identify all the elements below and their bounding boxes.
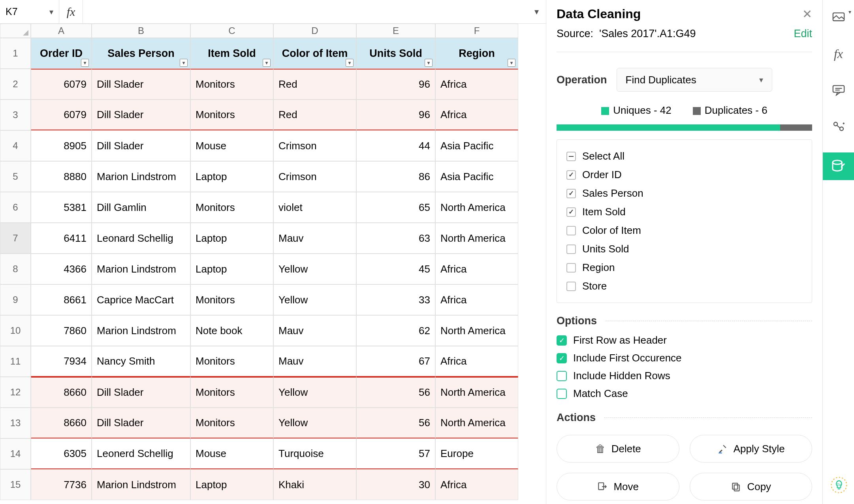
- option-row[interactable]: Include First Occurence: [557, 352, 812, 364]
- table-cell[interactable]: 30: [356, 469, 435, 500]
- row-header[interactable]: 13: [0, 408, 31, 438]
- table-cell[interactable]: 57: [356, 438, 435, 469]
- row-header[interactable]: 9: [0, 284, 31, 315]
- checkbox[interactable]: [557, 389, 567, 399]
- apply-style-button[interactable]: Apply Style: [690, 435, 813, 463]
- row-header[interactable]: 11: [0, 346, 31, 377]
- table-cell[interactable]: 8660: [31, 377, 92, 408]
- field-checkbox-row[interactable]: Color of Item: [557, 221, 812, 240]
- row-header[interactable]: 2: [0, 69, 31, 100]
- table-cell[interactable]: Dill Slader: [92, 69, 190, 100]
- table-cell[interactable]: North America: [435, 223, 518, 254]
- table-cell[interactable]: 8661: [31, 284, 92, 315]
- table-cell[interactable]: Mouse: [190, 438, 273, 469]
- filter-chevron-icon[interactable]: ▾: [180, 59, 188, 67]
- table-cell[interactable]: Laptop: [190, 469, 273, 500]
- table-cell[interactable]: Yellow: [273, 254, 356, 284]
- table-cell[interactable]: Yellow: [273, 377, 356, 408]
- field-checkbox-row[interactable]: Order ID: [557, 165, 812, 184]
- table-cell[interactable]: Mouse: [190, 130, 273, 161]
- table-cell[interactable]: 44: [356, 130, 435, 161]
- row-header[interactable]: 8: [0, 254, 31, 284]
- row-header[interactable]: 3: [0, 100, 31, 130]
- table-cell[interactable]: Leonerd Schellig: [92, 438, 190, 469]
- table-cell[interactable]: Mauv: [273, 223, 356, 254]
- table-cell[interactable]: 8660: [31, 408, 92, 438]
- field-checkbox-row[interactable]: Store: [557, 277, 812, 295]
- table-header-cell[interactable]: Units Sold▾: [356, 38, 435, 69]
- table-cell[interactable]: North America: [435, 408, 518, 438]
- table-cell[interactable]: Asia Pacific: [435, 161, 518, 192]
- row-header[interactable]: 14: [0, 438, 31, 469]
- table-cell[interactable]: 8880: [31, 161, 92, 192]
- table-cell[interactable]: Laptop: [190, 254, 273, 284]
- column-header[interactable]: A: [31, 24, 92, 38]
- field-checkbox-row[interactable]: Item Sold: [557, 203, 812, 221]
- table-cell[interactable]: 96: [356, 69, 435, 100]
- table-cell[interactable]: Leonard Schellig: [92, 223, 190, 254]
- table-cell[interactable]: 6411: [31, 223, 92, 254]
- table-cell[interactable]: Marion Lindstrom: [92, 254, 190, 284]
- table-cell[interactable]: 56: [356, 408, 435, 438]
- table-cell[interactable]: Yellow: [273, 408, 356, 438]
- table-cell[interactable]: North America: [435, 315, 518, 346]
- field-checkbox-row[interactable]: Units Sold: [557, 240, 812, 258]
- data-cleaning-icon[interactable]: [823, 152, 854, 180]
- table-cell[interactable]: Dill Slader: [92, 377, 190, 408]
- column-header[interactable]: D: [273, 24, 356, 38]
- field-checkbox-row[interactable]: Select All: [557, 147, 812, 165]
- table-cell[interactable]: Africa: [435, 284, 518, 315]
- share-icon[interactable]: [828, 116, 849, 137]
- checkbox[interactable]: [566, 207, 576, 217]
- comment-icon[interactable]: [828, 80, 849, 100]
- table-cell[interactable]: Dill Gamlin: [92, 192, 190, 223]
- checkbox[interactable]: [566, 226, 576, 235]
- table-cell[interactable]: violet: [273, 192, 356, 223]
- checkbox[interactable]: [566, 263, 576, 273]
- checkbox[interactable]: [557, 335, 567, 346]
- table-header-cell[interactable]: Color of Item▾: [273, 38, 356, 69]
- row-header[interactable]: 4: [0, 130, 31, 161]
- column-header[interactable]: F: [435, 24, 518, 38]
- table-cell[interactable]: 56: [356, 377, 435, 408]
- table-cell[interactable]: Monitors: [190, 192, 273, 223]
- table-cell[interactable]: 65: [356, 192, 435, 223]
- table-cell[interactable]: Marion Lindstrom: [92, 161, 190, 192]
- table-cell[interactable]: Monitors: [190, 69, 273, 100]
- table-header-cell[interactable]: Item Sold▾: [190, 38, 273, 69]
- table-cell[interactable]: Laptop: [190, 161, 273, 192]
- checkbox[interactable]: [566, 244, 576, 254]
- filter-chevron-icon[interactable]: ▾: [81, 59, 89, 67]
- filter-chevron-icon[interactable]: ▾: [263, 59, 271, 67]
- table-cell[interactable]: Note book: [190, 315, 273, 346]
- table-cell[interactable]: North America: [435, 377, 518, 408]
- filter-chevron-icon[interactable]: ▾: [508, 59, 515, 67]
- table-cell[interactable]: Marion Lindstrom: [92, 315, 190, 346]
- table-cell[interactable]: 6079: [31, 69, 92, 100]
- row-header[interactable]: 7: [0, 223, 31, 254]
- option-row[interactable]: First Row as Header: [557, 334, 812, 346]
- table-header-cell[interactable]: Region▾: [435, 38, 518, 69]
- table-cell[interactable]: 7736: [31, 469, 92, 500]
- select-all-corner[interactable]: [0, 24, 31, 38]
- table-cell[interactable]: Nancy Smith: [92, 346, 190, 377]
- table-cell[interactable]: Marion Lindstrom: [92, 469, 190, 500]
- table-cell[interactable]: Turquoise: [273, 438, 356, 469]
- table-cell[interactable]: 96: [356, 100, 435, 130]
- table-cell[interactable]: Europe: [435, 438, 518, 469]
- table-header-cell[interactable]: Order ID▾: [31, 38, 92, 69]
- table-cell[interactable]: Africa: [435, 100, 518, 130]
- option-row[interactable]: Include Hidden Rows: [557, 370, 812, 382]
- row-header[interactable]: 12: [0, 377, 31, 408]
- table-cell[interactable]: Yellow: [273, 284, 356, 315]
- table-cell[interactable]: Mauv: [273, 315, 356, 346]
- table-cell[interactable]: 67: [356, 346, 435, 377]
- table-cell[interactable]: 8905: [31, 130, 92, 161]
- table-cell[interactable]: Monitors: [190, 346, 273, 377]
- table-cell[interactable]: 45: [356, 254, 435, 284]
- table-cell[interactable]: Monitors: [190, 377, 273, 408]
- lightbulb-icon[interactable]: Zia: [829, 475, 849, 497]
- copy-button[interactable]: Copy: [690, 473, 813, 500]
- row-header[interactable]: 15: [0, 469, 31, 500]
- table-cell[interactable]: 7934: [31, 346, 92, 377]
